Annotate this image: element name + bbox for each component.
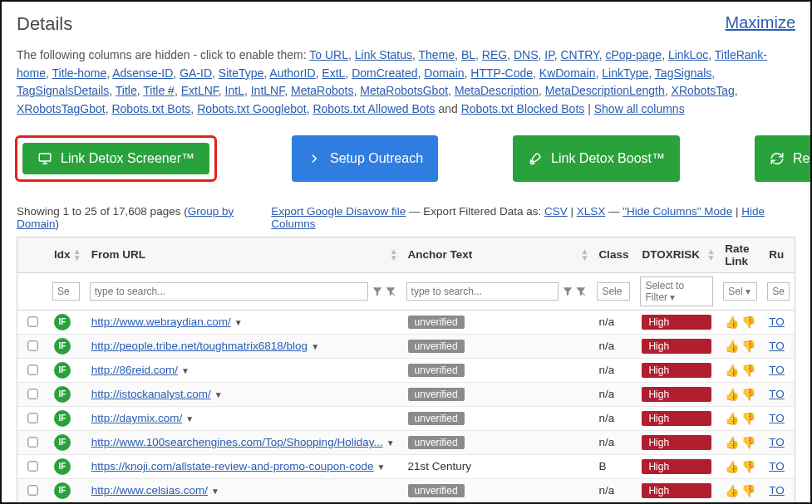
link-detox-boost-button[interactable]: Link Detox Boost™ <box>513 135 680 182</box>
ru-link[interactable]: TO <box>769 388 785 400</box>
thumb-up-icon[interactable]: 👍 <box>725 484 739 497</box>
ru-link[interactable]: TO <box>769 316 785 328</box>
row-checkbox[interactable] <box>27 389 37 399</box>
thumb-down-icon[interactable]: 👎 <box>741 436 755 449</box>
hidden-col-link[interactable]: LinkLoc <box>668 48 708 61</box>
maximize-link[interactable]: Maximize <box>726 13 795 32</box>
filter-idx-input[interactable] <box>52 282 80 301</box>
hidden-col-link[interactable]: GA-ID <box>180 66 212 80</box>
col-idx[interactable]: Idx▲▼ <box>47 237 85 273</box>
hidden-col-link[interactable]: XRobotsTagGbot <box>17 102 106 115</box>
ru-link[interactable]: TO <box>769 460 785 472</box>
thumb-down-icon[interactable]: 👎 <box>741 388 755 401</box>
thumb-down-icon[interactable]: 👎 <box>741 484 755 497</box>
thumb-up-icon[interactable]: 👍 <box>725 412 739 425</box>
caret-down-icon[interactable]: ▼ <box>234 318 243 327</box>
filter-clear-icon[interactable] <box>385 286 396 297</box>
row-checkbox[interactable] <box>27 486 37 496</box>
caret-down-icon[interactable]: ▼ <box>211 487 219 496</box>
hidden-col-link[interactable]: cPop-page <box>605 48 662 61</box>
ru-link[interactable]: TO <box>769 484 785 497</box>
thumb-down-icon[interactable]: 👎 <box>741 412 755 425</box>
hidden-col-link[interactable]: ExtL <box>322 66 345 80</box>
hidden-col-link[interactable]: BL <box>461 48 475 61</box>
hide-columns-mode-link[interactable]: "Hide Columns" Mode <box>623 205 732 218</box>
ru-link[interactable]: TO <box>769 436 785 448</box>
thumb-up-icon[interactable]: 👍 <box>725 460 739 473</box>
hidden-col-link[interactable]: TagSignals <box>655 66 712 80</box>
hidden-col-link[interactable]: AuthorID <box>269 66 315 80</box>
thumb-up-icon[interactable]: 👍 <box>725 316 739 329</box>
hidden-col-link[interactable]: IP <box>544 48 554 61</box>
export-csv-link[interactable]: CSV <box>544 205 568 218</box>
reprocess-button[interactable]: Reprocess <box>755 135 812 182</box>
hidden-col-link[interactable]: REG <box>482 48 507 61</box>
thumb-up-icon[interactable]: 👍 <box>725 436 739 449</box>
thumb-down-icon[interactable]: 👎 <box>741 460 755 473</box>
filter-clear-icon[interactable] <box>575 286 587 297</box>
hidden-col-link[interactable]: KwDomain <box>539 66 596 80</box>
filter-rate-select[interactable]: Sel ▾ <box>723 282 757 301</box>
thumb-up-icon[interactable]: 👍 <box>725 340 739 353</box>
hidden-col-link[interactable]: HTTP-Code <box>470 66 533 80</box>
ru-link[interactable]: TO <box>769 340 785 352</box>
row-checkbox[interactable] <box>27 317 37 327</box>
from-url-link[interactable]: http://86reid.com/ <box>91 364 178 376</box>
hidden-col-link[interactable]: TagSignalsDetails <box>17 84 109 97</box>
from-url-link[interactable]: http://people.tribe.net/toughmatrix6818/… <box>91 340 308 352</box>
ru-link[interactable]: TO <box>769 412 785 424</box>
from-url-link[interactable]: http://istockanalyst.com/ <box>91 388 211 400</box>
col-ru[interactable]: Ru <box>762 237 795 273</box>
ru-link[interactable]: TO <box>769 364 785 376</box>
thumb-down-icon[interactable]: 👎 <box>741 340 755 353</box>
hidden-col-link[interactable]: MetaRobotsGbot <box>360 84 448 97</box>
row-checkbox[interactable] <box>27 365 37 375</box>
hidden-col-link[interactable]: Robots.txt Googlebot <box>197 102 307 115</box>
col-anchor[interactable]: Anchor Text▲▼ <box>401 237 593 273</box>
hidden-col-link[interactable]: To URL <box>309 48 348 61</box>
hidden-col-link[interactable]: IntLNF <box>251 84 284 97</box>
hidden-col-link[interactable]: SiteType <box>219 66 263 80</box>
hidden-col-link[interactable]: Title <box>116 84 137 97</box>
hidden-col-link[interactable]: ExtLNF <box>181 84 219 97</box>
sort-icon[interactable]: ▲▼ <box>390 248 398 262</box>
export-disavow-link[interactable]: Export Google Disavow file <box>271 205 406 218</box>
filter-class-select[interactable]: Sele <box>597 282 630 301</box>
filter-anchor-input[interactable] <box>406 282 559 301</box>
hidden-col-link[interactable]: Link Status <box>355 48 412 61</box>
row-checkbox[interactable] <box>27 438 37 448</box>
show-all-columns-link[interactable]: Show all columns <box>594 102 685 115</box>
from-url-link[interactable]: http://daymix.com/ <box>91 412 183 424</box>
caret-down-icon[interactable]: ▼ <box>377 462 386 472</box>
hidden-col-link[interactable]: XRobotsTag <box>672 84 735 97</box>
thumb-down-icon[interactable]: 👎 <box>741 316 755 329</box>
setup-outreach-button[interactable]: Setup Outreach <box>292 135 438 182</box>
sort-icon[interactable]: ▲▼ <box>706 248 715 262</box>
filter-url-input[interactable] <box>90 282 368 301</box>
caret-down-icon[interactable]: ▼ <box>181 366 189 375</box>
col-class[interactable]: Class <box>592 237 635 273</box>
hidden-col-link[interactable]: Domain <box>424 66 464 80</box>
col-risk[interactable]: DTOXRISK▲▼ <box>635 237 718 273</box>
filter-apply-icon[interactable] <box>562 286 573 297</box>
row-checkbox[interactable] <box>27 341 37 351</box>
hidden-col-link[interactable]: Robots.txt Bots <box>111 102 190 115</box>
hidden-col-link[interactable]: Title-home <box>52 66 107 80</box>
thumb-down-icon[interactable]: 👎 <box>741 364 755 377</box>
link-detox-screener-button[interactable]: Link Detox Screener™ <box>22 143 209 174</box>
hidden-col-link[interactable]: MetaRobots <box>291 84 353 97</box>
hidden-col-link[interactable]: Theme <box>419 48 455 61</box>
caret-down-icon[interactable]: ▼ <box>386 438 395 448</box>
thumb-up-icon[interactable]: 👍 <box>725 364 739 377</box>
from-url-link[interactable]: http://www.celsias.com/ <box>91 484 208 497</box>
filter-ru-select[interactable]: Se <box>767 282 790 301</box>
hidden-col-link[interactable]: MetaDescriptionLength <box>545 84 665 97</box>
sort-icon[interactable]: ▲▼ <box>580 248 588 262</box>
row-checkbox[interactable] <box>27 462 37 472</box>
col-from-url[interactable]: From URL▲▼ <box>85 237 401 273</box>
export-xlsx-link[interactable]: XLSX <box>577 205 606 218</box>
hidden-col-link[interactable]: Robots.txt Allowed Bots <box>312 102 435 115</box>
hidden-col-link[interactable]: IntL <box>225 84 244 97</box>
hidden-col-link[interactable]: DNS <box>514 48 539 61</box>
from-url-link[interactable]: http://www.webraydian.com/ <box>91 316 231 328</box>
